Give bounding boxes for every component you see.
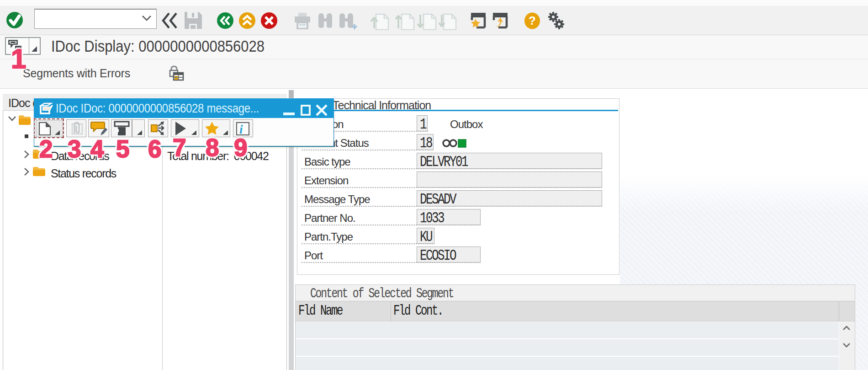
svg-text:?: ? xyxy=(529,14,536,27)
